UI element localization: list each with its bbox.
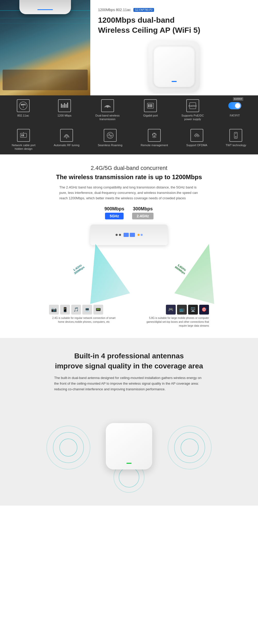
device-icon-tv: 📺	[177, 305, 187, 315]
spec-item-1200mbps: 1200 Mbps	[54, 99, 75, 117]
device-body	[154, 46, 195, 87]
device-icon-phone: 🎵	[71, 305, 81, 315]
svg-rect-3	[61, 104, 62, 108]
port-blue-2	[130, 233, 135, 237]
svg-rect-10	[148, 104, 149, 107]
ap-extra-ports	[138, 234, 143, 236]
svg-point-23	[152, 134, 153, 135]
spec-item-cable: Network cable port hidden design	[12, 129, 36, 151]
hero-photo	[0, 0, 90, 95]
svg-text:PoE/DC: PoE/DC	[189, 105, 197, 107]
spec-item-fat-fit: FAT/FIT FAT/FIT	[224, 99, 245, 117]
spec-label-poe: Supports PoE/DC power supply	[181, 114, 204, 121]
spec-icon-twt	[229, 129, 242, 142]
svg-point-25	[155, 134, 156, 135]
device-icon-gaming: 🖥️	[188, 305, 198, 315]
svg-rect-5	[64, 103, 65, 108]
hero-device-image	[98, 41, 250, 92]
antennas-section: Built-in 4 professional antennas improve…	[0, 338, 258, 506]
product-badge-line: 1200Mbps 802.11ac GZ-FAP780-P2	[98, 8, 250, 12]
product-title: 1200Mbps dual-band Wireless Ceiling AP (…	[98, 15, 250, 35]
spec-item-802ac: WiFi 5 802.11ac	[13, 99, 34, 117]
ap-dot2	[119, 234, 121, 236]
spec-item-twt: TWT technology	[225, 129, 246, 147]
arrow-label-right: 5.8GHz900Mbps	[174, 263, 188, 275]
spec-icon-802ac: WiFi 5	[17, 99, 30, 112]
left-device-icons: 📷 📱 🎵 💻 📟	[49, 305, 103, 315]
antennas-title: Built-in 4 professional antennas improve…	[8, 351, 250, 371]
right-device-icons: 🎮 📺 🖥️ 🎯	[166, 305, 209, 315]
svg-rect-7	[67, 103, 68, 108]
spec-icon-wrapper-802ac: WiFi 5	[17, 99, 30, 112]
spec-item-roaming: Seamless Roaming	[98, 129, 122, 147]
dual-band-desc: The 2.4GHz band has strong compatibility…	[59, 185, 199, 201]
spec-item-rf: Automatic RF tuning	[54, 129, 79, 147]
device-render	[148, 41, 200, 92]
spec-icon-fat-fit	[228, 99, 241, 112]
spec-icon-roaming	[104, 129, 117, 142]
svg-rect-11	[150, 104, 151, 107]
device-icon-tablet: 📟	[93, 305, 103, 315]
speed-badge-5g: 900Mbps 5GHz	[104, 206, 124, 219]
svg-point-8	[107, 107, 108, 108]
svg-rect-12	[151, 104, 152, 107]
spec-icon-rf	[60, 129, 73, 142]
product-badge-text: 1200Mbps 802.11ac	[98, 8, 131, 12]
spec-icon-remote	[148, 129, 161, 142]
hero-section: 1200Mbps 802.11ac GZ-FAP780-P2 1200Mbps …	[0, 0, 258, 95]
spec-item-dual-band: Dual-band wireless transmission	[95, 99, 120, 121]
spec-label-dual-band: Dual-band wireless transmission	[95, 114, 120, 121]
device-icon-media: 📱	[60, 305, 70, 315]
spec-label-roaming: Seamless Roaming	[98, 143, 122, 147]
svg-text:5: 5	[23, 106, 24, 108]
speed-24g-value: 300Mbps	[133, 206, 153, 212]
hero-info: 1200Mbps 802.11ac GZ-FAP780-P2 1200Mbps …	[90, 0, 258, 95]
spec-icon-ofdma	[190, 129, 203, 142]
port-blue-small	[141, 234, 143, 236]
device-led	[172, 81, 177, 82]
spec-label-1200mbps: 1200 Mbps	[58, 114, 71, 117]
arrow-label-left: 2.4GHz300Mbps	[71, 263, 85, 275]
right-device-group: 🎮 📺 🖥️ 🎯 5.8G is suitable for large mobi…	[139, 305, 209, 328]
fat-fit-toggle	[228, 102, 241, 109]
spec-label-gigabit: Gigabit port	[143, 114, 158, 117]
left-device-desc: 2.4G is suitable for regular network con…	[49, 316, 119, 324]
freq-5g-badge: 5GHz	[105, 213, 124, 219]
spec-label-twt: TWT technology	[225, 143, 246, 147]
device-icon-game1: 🎮	[166, 305, 176, 315]
antennas-desc: The built-in dual-band antenna designed …	[54, 375, 204, 392]
spec-icon-wrapper-fat-fit: FAT/FIT	[228, 99, 241, 112]
spec-label-remote: Remote management	[141, 143, 168, 147]
port-blue-1	[124, 233, 129, 237]
svg-rect-4	[62, 105, 63, 108]
fat-fit-badge: FAT/FIT	[233, 97, 243, 101]
spec-item-gigabit: Gigabit port	[140, 99, 161, 117]
wave-left-3	[46, 426, 90, 469]
spec-item-ofdma: Support OFDMA	[186, 129, 207, 147]
spec-label-802ac: 802.11ac	[17, 114, 29, 117]
device-icon-camera: 📷	[49, 305, 59, 315]
dual-band-subtitle: 2.4G/5G dual-band concurrent	[5, 165, 253, 171]
spec-label-fat-fit: FAT/FIT	[230, 114, 240, 117]
antenna-diagram	[57, 402, 201, 495]
dual-band-section: 2.4G/5G dual-band concurrent The wireles…	[0, 154, 258, 338]
antenna-device	[106, 423, 152, 469]
device-icon-game2: 🎯	[199, 305, 209, 315]
arrow-left-shape	[76, 238, 130, 304]
svg-rect-6	[66, 104, 67, 108]
ap-ports	[116, 234, 121, 236]
port-yellow	[138, 234, 140, 236]
spec-icon-1200mbps	[58, 99, 71, 112]
spec-label-rf: Automatic RF tuning	[54, 143, 79, 147]
ap-diagram: 2.4GHz300Mbps 5.8GHz900Mbps 📷 📱 🎵 💻 📟 2.…	[49, 225, 209, 328]
wave-right-3	[168, 426, 212, 469]
spec-icon-gigabit	[144, 99, 157, 112]
antenna-device-led	[126, 463, 132, 464]
svg-point-24	[154, 133, 155, 134]
spec-item-poe: PoE/DC Supports PoE/DC power supply	[181, 99, 204, 121]
spec-icon-cable	[17, 129, 30, 142]
device-icon-laptop: 💻	[82, 305, 92, 315]
right-device-desc: 5.8G is suitable for large mobile phones…	[139, 316, 209, 328]
svg-point-26	[154, 135, 155, 136]
specs-bar: WiFi 5 802.11ac 1200 Mbps	[0, 95, 258, 125]
